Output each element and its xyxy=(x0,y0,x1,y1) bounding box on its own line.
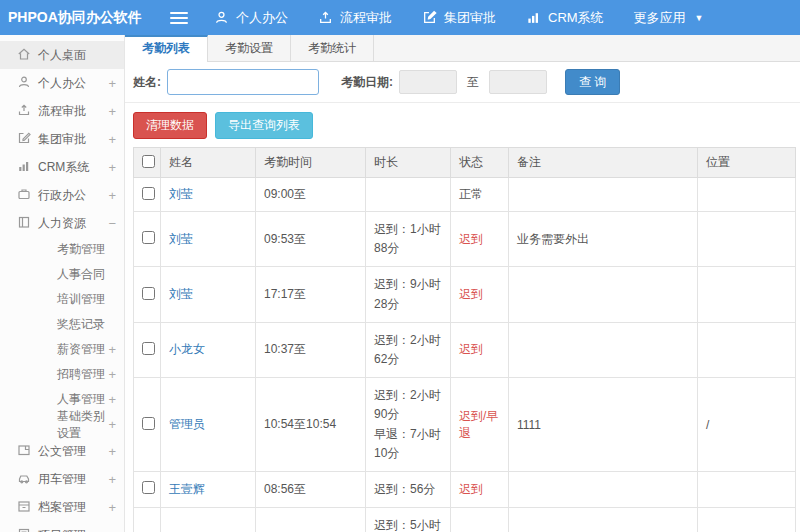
car-icon xyxy=(17,471,38,488)
employee-name-link[interactable]: 王壹辉 xyxy=(169,482,205,496)
to-separator: 至 xyxy=(467,74,479,91)
sidebar-subitem-salary-mgmt[interactable]: 薪资管理 + xyxy=(0,337,124,362)
sidebar-item-personal-desktop[interactable]: 个人桌面 xyxy=(0,41,124,69)
status-badge: 迟到 xyxy=(451,212,509,267)
tab-attendance-list[interactable]: 考勤列表 xyxy=(125,35,208,62)
tab-attendance-settings[interactable]: 考勤设置 xyxy=(208,35,291,61)
name-input[interactable] xyxy=(167,69,319,95)
employee-name-link[interactable]: 管理员 xyxy=(169,417,205,431)
select-all-checkbox[interactable] xyxy=(142,155,155,168)
chart-icon xyxy=(17,159,38,176)
chart-icon xyxy=(526,10,541,25)
nav-workflow-approval[interactable]: 流程审批 xyxy=(318,9,392,27)
book-icon xyxy=(17,215,38,232)
status-badge: 迟到 xyxy=(451,267,509,322)
status-badge: 迟到 xyxy=(451,471,509,507)
sidebar-subitem-personnel-contract[interactable]: 人事合同 xyxy=(0,262,124,287)
sidebar-item-crm[interactable]: CRM系统 + xyxy=(0,153,124,181)
table-row: 管理员 10:54至10:54 迟到：2小时90分 早退：7小时10分 迟到/早… xyxy=(134,378,796,472)
app-window: PHPOA协同办公软件 个人办公 流程审批 集团审批 CRM系统 更多应用 ▼ xyxy=(0,0,800,532)
edit-icon xyxy=(17,131,38,148)
nav-label: 流程审批 xyxy=(340,9,392,27)
sidebar-item-archive-mgmt[interactable]: 档案管理 + xyxy=(0,493,124,521)
nav-group-approval[interactable]: 集团审批 xyxy=(422,9,496,27)
workflow-icon xyxy=(318,10,333,25)
filter-bar: 姓名: 考勤日期: 至 查 询 xyxy=(125,62,800,103)
user-icon xyxy=(214,10,229,25)
tab-strip: 考勤列表 考勤设置 考勤统计 xyxy=(125,35,800,62)
sidebar-subitem-reward-punishment[interactable]: 奖惩记录 xyxy=(0,312,124,337)
table-row: 王壹辉 08:56至 迟到：56分 迟到 xyxy=(134,471,796,507)
row-checkbox[interactable] xyxy=(142,342,155,355)
sidebar-item-project-mgmt[interactable]: 项目管理 + xyxy=(0,521,124,532)
user-icon xyxy=(17,75,38,92)
date-to-input[interactable] xyxy=(489,70,547,94)
sidebar-subitem-base-category-settings[interactable]: 基础类别设置 + xyxy=(0,412,124,437)
employee-name-link[interactable]: 刘莹 xyxy=(169,232,193,246)
col-location: 位置 xyxy=(698,148,796,178)
row-checkbox[interactable] xyxy=(142,481,155,494)
col-note: 备注 xyxy=(509,148,698,178)
table-header-row: 姓名 考勤时间 时长 状态 备注 位置 xyxy=(134,148,796,178)
app-logo[interactable]: PHPOA协同办公软件 xyxy=(0,9,160,27)
sidebar-subitem-training-mgmt[interactable]: 培训管理 xyxy=(0,287,124,312)
nav-personal-office[interactable]: 个人办公 xyxy=(214,9,288,27)
table-row: 刘莹 09:00至 正常 xyxy=(134,178,796,212)
employee-name-link[interactable]: 小龙女 xyxy=(169,342,205,356)
status-badge: 迟到/早退 xyxy=(451,508,509,532)
main-content: 考勤列表 考勤设置 考勤统计 姓名: 考勤日期: 至 查 询 清理数据 导出查询… xyxy=(125,35,800,532)
clean-data-button[interactable]: 清理数据 xyxy=(133,112,207,139)
status-badge: 正常 xyxy=(451,178,509,212)
search-button[interactable]: 查 询 xyxy=(565,69,620,95)
top-nav: 个人办公 流程审批 集团审批 CRM系统 更多应用 ▼ xyxy=(214,9,704,27)
row-checkbox[interactable] xyxy=(142,287,155,300)
nav-crm[interactable]: CRM系统 xyxy=(526,9,604,27)
table-row: 小龙女 10:37至 迟到：2小时62分 迟到 xyxy=(134,322,796,377)
row-checkbox[interactable] xyxy=(142,417,155,430)
table-row: 黄蓉 13:20至13:20 迟到：5小时33分 早退：4小时67分 迟到/早退… xyxy=(134,508,796,532)
col-name: 姓名 xyxy=(161,148,256,178)
nav-label: 个人办公 xyxy=(236,9,288,27)
sidebar-item-vehicle-mgmt[interactable]: 用车管理 + xyxy=(0,465,124,493)
attendance-table: 姓名 考勤时间 时长 状态 备注 位置 刘莹 09:00至 正常 xyxy=(133,147,796,532)
sidebar-item-admin-office[interactable]: 行政办公 + xyxy=(0,181,124,209)
edit-icon xyxy=(422,10,437,25)
archive-icon xyxy=(17,499,38,516)
export-list-button[interactable]: 导出查询列表 xyxy=(215,112,313,139)
workflow-icon xyxy=(17,103,38,120)
table-row: 刘莹 17:17至 迟到：9小时28分 迟到 xyxy=(134,267,796,322)
nav-label: CRM系统 xyxy=(548,9,604,27)
document-icon xyxy=(17,443,38,460)
briefcase-icon xyxy=(17,187,38,204)
sidebar-item-group-approval[interactable]: 集团审批 + xyxy=(0,125,124,153)
top-header: PHPOA协同办公软件 个人办公 流程审批 集团审批 CRM系统 更多应用 ▼ xyxy=(0,0,800,35)
nav-label: 更多应用 xyxy=(634,9,686,27)
sidebar-subitem-attendance-mgmt[interactable]: 考勤管理 xyxy=(0,237,124,262)
col-time: 考勤时间 xyxy=(256,148,366,178)
sidebar-item-hr[interactable]: 人力资源 − xyxy=(0,209,124,237)
project-icon xyxy=(17,527,38,532)
table-row: 刘莹 09:53至 迟到：1小时88分 迟到 业务需要外出 xyxy=(134,212,796,267)
nav-more-apps[interactable]: 更多应用 ▼ xyxy=(634,9,704,27)
action-bar: 清理数据 导出查询列表 xyxy=(125,103,800,147)
employee-name-link[interactable]: 刘莹 xyxy=(169,187,193,201)
caret-down-icon: ▼ xyxy=(695,13,704,23)
status-badge: 迟到 xyxy=(451,322,509,377)
date-from-input[interactable] xyxy=(399,70,457,94)
sidebar-subitem-recruitment-mgmt[interactable]: 招聘管理 + xyxy=(0,362,124,387)
col-status: 状态 xyxy=(451,148,509,178)
row-checkbox[interactable] xyxy=(142,231,155,244)
home-icon xyxy=(17,47,38,64)
menu-toggle-icon[interactable] xyxy=(170,9,188,27)
tab-attendance-stats[interactable]: 考勤统计 xyxy=(291,35,374,61)
nav-label: 集团审批 xyxy=(444,9,496,27)
status-badge: 迟到/早退 xyxy=(451,378,509,472)
col-duration: 时长 xyxy=(366,148,451,178)
name-label: 姓名: xyxy=(133,74,161,91)
sidebar: 个人桌面 个人办公 + 流程审批 + 集团审批 + CRM系统 + xyxy=(0,35,125,532)
date-label: 考勤日期: xyxy=(341,74,393,91)
employee-name-link[interactable]: 刘莹 xyxy=(169,287,193,301)
sidebar-item-personal-office[interactable]: 个人办公 + xyxy=(0,69,124,97)
sidebar-item-workflow-approval[interactable]: 流程审批 + xyxy=(0,97,124,125)
row-checkbox[interactable] xyxy=(142,187,155,200)
